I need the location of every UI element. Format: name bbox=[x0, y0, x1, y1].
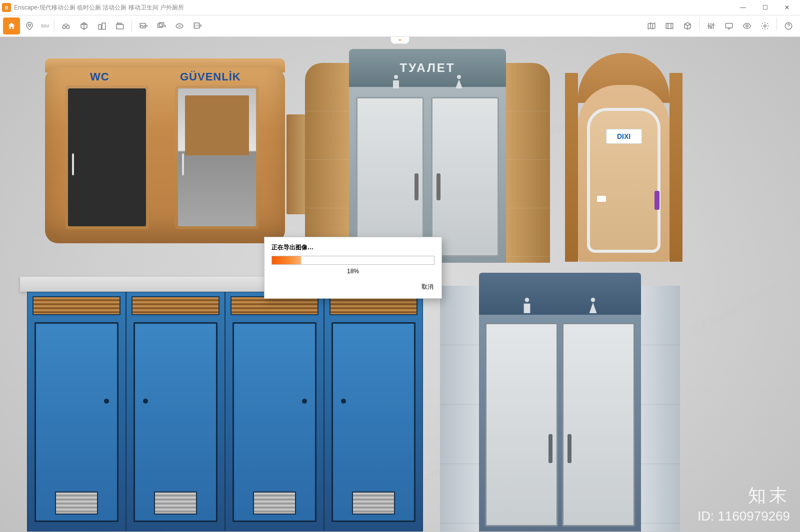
buildings-icon bbox=[98, 21, 106, 30]
settings-button[interactable] bbox=[756, 17, 774, 34]
panorama-icon: 360 bbox=[174, 21, 184, 30]
perspective-button[interactable] bbox=[76, 17, 92, 34]
close-button[interactable]: ✕ bbox=[776, 0, 798, 15]
clapper-button[interactable] bbox=[112, 17, 128, 34]
progress-percent: 18% bbox=[272, 268, 434, 275]
svg-point-16 bbox=[712, 24, 714, 25]
sliders-button[interactable] bbox=[702, 17, 720, 34]
svg-rect-3 bbox=[98, 24, 101, 29]
svg-rect-8 bbox=[160, 22, 164, 26]
title-bar: e Enscape - 现代移动公厕 临时公厕 活动公厕 移动卫生间 户外厕所 … bbox=[0, 0, 800, 15]
door-female-2 bbox=[562, 323, 635, 527]
home-button[interactable] bbox=[3, 17, 20, 34]
svg-point-24 bbox=[591, 298, 596, 302]
progress-bar bbox=[272, 256, 434, 265]
chevron-down-icon bbox=[396, 37, 404, 42]
stall-4 bbox=[324, 292, 422, 531]
library-icon bbox=[665, 21, 674, 30]
door-male-2 bbox=[485, 323, 558, 527]
model-blue-row-toilets bbox=[20, 277, 430, 532]
stall-2 bbox=[126, 292, 226, 531]
svg-point-21 bbox=[394, 75, 398, 79]
svg-point-1 bbox=[62, 25, 66, 28]
app-name: Enscape bbox=[14, 4, 38, 11]
svg-rect-7 bbox=[158, 24, 162, 28]
display-button[interactable] bbox=[720, 17, 738, 34]
map-icon bbox=[647, 21, 656, 30]
exe-icon: EXE bbox=[192, 21, 202, 30]
stall-3 bbox=[226, 292, 324, 531]
svg-point-19 bbox=[764, 25, 766, 27]
batch-export-button[interactable] bbox=[153, 17, 170, 34]
label-security: GÜVENLİK bbox=[180, 70, 241, 83]
help-button[interactable] bbox=[780, 17, 797, 34]
male-icon bbox=[390, 74, 402, 90]
door-wc bbox=[65, 85, 149, 229]
watermark-text: 知末网www.znzmo.com bbox=[684, 268, 800, 342]
display-icon bbox=[724, 21, 734, 30]
model-toilet-dual-blue bbox=[440, 273, 680, 532]
svg-point-18 bbox=[746, 25, 748, 27]
model-cabin-wc-security: WC GÜVENLİK bbox=[35, 54, 298, 250]
dialog-title: 正在导出图像… bbox=[272, 243, 434, 252]
sliders-icon bbox=[706, 21, 716, 30]
enscape-logo-icon: e bbox=[2, 3, 11, 12]
dixi-logo: DIXI bbox=[606, 129, 642, 144]
svg-rect-4 bbox=[102, 23, 106, 29]
svg-point-15 bbox=[710, 27, 712, 28]
document-title: 现代移动公厕 临时公厕 活动公厕 移动卫生间 户外厕所 bbox=[40, 3, 184, 12]
model-toilet-dual-grey: ТУАЛЕТ bbox=[305, 43, 550, 263]
svg-point-22 bbox=[457, 75, 461, 79]
buildings-button[interactable] bbox=[94, 17, 110, 34]
svg-rect-13 bbox=[666, 23, 673, 29]
screenshot-button[interactable] bbox=[135, 17, 152, 34]
exe-export-button[interactable]: EXE bbox=[189, 17, 206, 34]
svg-text:EXE: EXE bbox=[194, 24, 199, 27]
door-male bbox=[356, 97, 424, 257]
gear-icon bbox=[760, 21, 770, 30]
door-dixi: DIXI bbox=[587, 108, 660, 253]
bim-label: BIM bbox=[39, 23, 51, 28]
binoculars-icon bbox=[61, 21, 71, 30]
map-button[interactable] bbox=[643, 17, 660, 34]
help-icon bbox=[784, 21, 793, 30]
library-button[interactable] bbox=[661, 17, 678, 34]
home-icon bbox=[7, 21, 16, 30]
svg-point-2 bbox=[66, 25, 70, 28]
female-icon bbox=[588, 297, 598, 314]
box-button[interactable] bbox=[679, 17, 696, 34]
watermark-id: ID: 1160979269 bbox=[698, 509, 790, 524]
label-wc: WC bbox=[90, 70, 110, 83]
export-progress-dialog: 正在导出图像… 18% 取消 bbox=[264, 237, 442, 299]
progress-fill bbox=[272, 256, 301, 264]
show-button[interactable] bbox=[738, 17, 756, 34]
clapper-icon bbox=[116, 21, 124, 30]
cancel-button[interactable]: 取消 bbox=[422, 283, 434, 290]
door-female bbox=[431, 97, 499, 257]
svg-point-23 bbox=[525, 298, 530, 302]
panorama-button[interactable]: 360 bbox=[171, 17, 188, 34]
maximize-button[interactable]: ☐ bbox=[754, 0, 776, 15]
svg-text:360: 360 bbox=[178, 25, 182, 27]
model-dixi-booth: DIXI bbox=[565, 53, 682, 262]
image-export-icon bbox=[138, 21, 148, 30]
svg-rect-17 bbox=[726, 23, 732, 28]
svg-point-14 bbox=[708, 25, 710, 27]
main-toolbar: BIM 360 EXE bbox=[0, 15, 800, 37]
batch-export-icon bbox=[156, 21, 166, 30]
binoculars-button[interactable] bbox=[58, 17, 74, 34]
viewport[interactable]: 知末网www.znzmo.com 知末网www.znzmo.com 知末网www… bbox=[0, 37, 800, 532]
male-icon bbox=[522, 297, 532, 314]
pin-icon bbox=[25, 21, 34, 30]
door-handle-icon bbox=[654, 191, 660, 210]
svg-point-0 bbox=[28, 24, 31, 26]
minimize-button[interactable]: — bbox=[732, 0, 754, 15]
box-icon bbox=[683, 21, 692, 30]
locate-button[interactable] bbox=[21, 17, 38, 34]
stall-1 bbox=[28, 292, 126, 531]
svg-rect-5 bbox=[116, 24, 124, 29]
eye-icon bbox=[742, 21, 752, 30]
sign-toilet-ru: ТУАЛЕТ bbox=[400, 61, 456, 75]
perspective-icon bbox=[80, 21, 88, 30]
watermark-brand: 知末 bbox=[748, 484, 790, 508]
